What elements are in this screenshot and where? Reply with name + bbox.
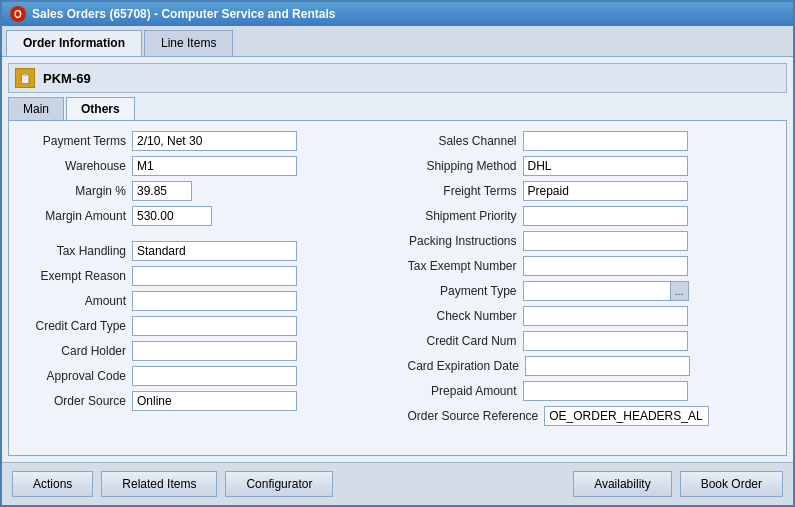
record-id: PKM-69 (43, 71, 91, 86)
spacer-row (17, 231, 388, 241)
label-check-number: Check Number (408, 309, 523, 323)
field-row-exempt-reason: Exempt Reason (17, 266, 388, 286)
field-row-amount: Amount (17, 291, 388, 311)
tab-others[interactable]: Others (66, 97, 135, 120)
input-margin-amount[interactable] (132, 206, 212, 226)
main-window: O Sales Orders (65708) - Computer Servic… (0, 0, 795, 507)
inner-tab-bar: Main Others (8, 97, 787, 120)
input-check-number[interactable] (523, 306, 688, 326)
input-warehouse[interactable] (132, 156, 297, 176)
field-row-card-holder: Card Holder (17, 341, 388, 361)
input-card-expiration-date[interactable] (525, 356, 690, 376)
tab-main[interactable]: Main (8, 97, 64, 120)
label-credit-card-num: Credit Card Num (408, 334, 523, 348)
book-order-button[interactable]: Book Order (680, 471, 783, 497)
label-packing-instructions: Packing Instructions (408, 234, 523, 248)
title-bar: O Sales Orders (65708) - Computer Servic… (2, 2, 793, 26)
label-warehouse: Warehouse (17, 159, 132, 173)
field-row-check-number: Check Number (408, 306, 779, 326)
input-tax-exempt-number[interactable] (523, 256, 688, 276)
content-area: 📋 PKM-69 Main Others Payment Terms (2, 57, 793, 462)
payment-type-group: ... (523, 281, 689, 301)
input-freight-terms[interactable] (523, 181, 688, 201)
field-row-margin-amount: Margin Amount (17, 206, 388, 226)
field-row-order-source: Order Source (17, 391, 388, 411)
field-row-credit-card-num: Credit Card Num (408, 331, 779, 351)
bottom-bar: Actions Related Items Configurator Avail… (2, 462, 793, 505)
field-row-tax-exempt-number: Tax Exempt Number (408, 256, 779, 276)
input-shipping-method[interactable] (523, 156, 688, 176)
payment-type-button[interactable]: ... (671, 281, 689, 301)
configurator-button[interactable]: Configurator (225, 471, 333, 497)
button-spacer (341, 471, 565, 497)
input-tax-handling[interactable] (132, 241, 297, 261)
label-card-holder: Card Holder (17, 344, 132, 358)
input-payment-terms[interactable] (132, 131, 297, 151)
field-row-payment-type: Payment Type ... (408, 281, 779, 301)
input-margin-pct[interactable] (132, 181, 192, 201)
app-icon: O (10, 6, 26, 22)
field-row-margin-pct: Margin % (17, 181, 388, 201)
input-exempt-reason[interactable] (132, 266, 297, 286)
field-row-tax-handling: Tax Handling (17, 241, 388, 261)
form-panel: Payment Terms Warehouse Margin % (8, 120, 787, 456)
input-credit-card-num[interactable] (523, 331, 688, 351)
label-shipping-method: Shipping Method (408, 159, 523, 173)
window-title: Sales Orders (65708) - Computer Service … (32, 7, 335, 21)
input-shipment-priority[interactable] (523, 206, 688, 226)
label-amount: Amount (17, 294, 132, 308)
field-row-warehouse: Warehouse (17, 156, 388, 176)
label-payment-terms: Payment Terms (17, 134, 132, 148)
label-payment-type: Payment Type (408, 284, 523, 298)
outer-tab-bar: Order Information Line Items (2, 26, 793, 57)
label-sales-channel: Sales Channel (408, 134, 523, 148)
label-margin-pct: Margin % (17, 184, 132, 198)
input-order-source[interactable] (132, 391, 297, 411)
input-order-source-reference[interactable] (544, 406, 709, 426)
label-card-expiration-date: Card Expiration Date (408, 359, 525, 373)
label-margin-amount: Margin Amount (17, 209, 132, 223)
input-payment-type[interactable] (523, 281, 671, 301)
left-column: Payment Terms Warehouse Margin % (17, 131, 388, 431)
input-amount[interactable] (132, 291, 297, 311)
label-tax-exempt-number: Tax Exempt Number (408, 259, 523, 273)
label-order-source-reference: Order Source Reference (408, 409, 545, 423)
record-bar: 📋 PKM-69 (8, 63, 787, 93)
label-order-source: Order Source (17, 394, 132, 408)
related-items-button[interactable]: Related Items (101, 471, 217, 497)
record-icon: 📋 (15, 68, 35, 88)
field-row-shipping-method: Shipping Method (408, 156, 779, 176)
label-freight-terms: Freight Terms (408, 184, 523, 198)
field-row-payment-terms: Payment Terms (17, 131, 388, 151)
field-row-freight-terms: Freight Terms (408, 181, 779, 201)
field-row-card-expiration-date: Card Expiration Date (408, 356, 779, 376)
label-tax-handling: Tax Handling (17, 244, 132, 258)
field-row-approval-code: Approval Code (17, 366, 388, 386)
input-prepaid-amount[interactable] (523, 381, 688, 401)
label-shipment-priority: Shipment Priority (408, 209, 523, 223)
right-column: Sales Channel Shipping Method Freight Te… (408, 131, 779, 431)
input-sales-channel[interactable] (523, 131, 688, 151)
label-exempt-reason: Exempt Reason (17, 269, 132, 283)
field-row-prepaid-amount: Prepaid Amount (408, 381, 779, 401)
label-credit-card-type: Credit Card Type (17, 319, 132, 333)
tab-line-items[interactable]: Line Items (144, 30, 233, 56)
field-row-order-source-reference: Order Source Reference (408, 406, 779, 426)
form-grid: Payment Terms Warehouse Margin % (17, 131, 778, 431)
field-row-shipment-priority: Shipment Priority (408, 206, 779, 226)
field-row-packing-instructions: Packing Instructions (408, 231, 779, 251)
label-approval-code: Approval Code (17, 369, 132, 383)
actions-button[interactable]: Actions (12, 471, 93, 497)
input-packing-instructions[interactable] (523, 231, 688, 251)
input-credit-card-type[interactable] (132, 316, 297, 336)
tab-order-information[interactable]: Order Information (6, 30, 142, 56)
label-prepaid-amount: Prepaid Amount (408, 384, 523, 398)
input-card-holder[interactable] (132, 341, 297, 361)
field-row-credit-card-type: Credit Card Type (17, 316, 388, 336)
availability-button[interactable]: Availability (573, 471, 671, 497)
field-row-sales-channel: Sales Channel (408, 131, 779, 151)
input-approval-code[interactable] (132, 366, 297, 386)
